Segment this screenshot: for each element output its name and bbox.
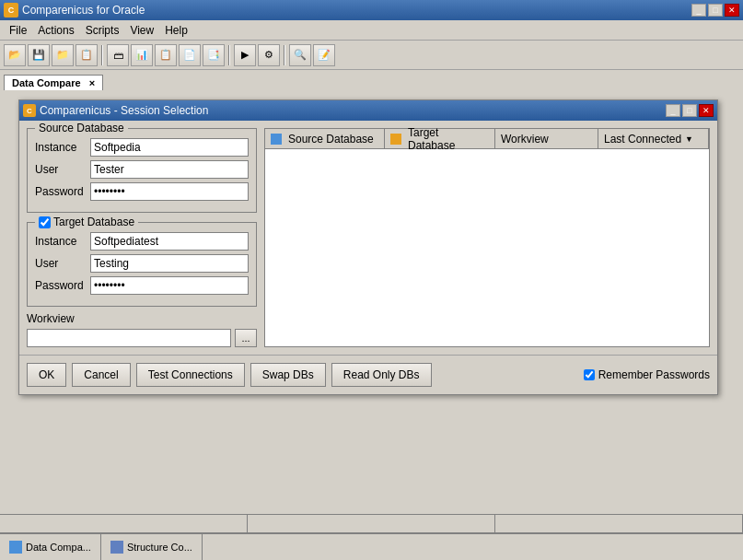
toolbar-sep3: [284, 45, 285, 65]
workview-input[interactable]: [27, 329, 231, 347]
tab-data-compare[interactable]: Data Compare ×: [4, 75, 103, 90]
dialog-maximize[interactable]: □: [682, 104, 697, 117]
bottom-tab-data[interactable]: Data Compa...: [0, 534, 101, 560]
workview-label: Workview: [27, 312, 257, 325]
source-user-input[interactable]: [90, 160, 249, 179]
swap-dbs-button[interactable]: Swap DBs: [250, 363, 326, 387]
toolbar-save[interactable]: 💾: [28, 44, 50, 66]
table-header: Source Database Target Database Workview…: [265, 129, 709, 149]
th-target-database[interactable]: Target Database: [385, 129, 495, 148]
structure-tab-icon: [110, 541, 123, 554]
data-tab-icon: [9, 541, 22, 554]
target-instance-row: Instance: [35, 232, 249, 251]
session-table: Source Database Target Database Workview…: [264, 128, 710, 347]
toolbar-db2[interactable]: 📊: [131, 44, 153, 66]
toolbar-sep1: [101, 45, 103, 65]
menu-view[interactable]: View: [124, 22, 159, 39]
th-last-connected[interactable]: Last Connected ▼: [598, 129, 709, 148]
app-icon: C: [4, 3, 18, 18]
status-bar: [0, 514, 743, 532]
target-password-label: Password: [35, 279, 90, 292]
toolbar-db3[interactable]: 📋: [155, 44, 177, 66]
target-user-label: User: [35, 257, 90, 270]
source-password-input[interactable]: [90, 182, 249, 201]
target-user-input[interactable]: [90, 254, 249, 273]
target-user-row: User: [35, 254, 249, 273]
source-db-legend: Source Database: [35, 122, 128, 134]
dialog-close[interactable]: ✕: [699, 104, 714, 117]
tab-bar: Data Compare ×: [0, 70, 743, 90]
bottom-tabs: Data Compa... Structure Co...: [0, 532, 743, 560]
table-body: [265, 149, 709, 346]
tab-content: C Comparenicus - Session Selection _ □ ✕: [0, 90, 743, 560]
minimize-button[interactable]: _: [691, 4, 706, 17]
workview-section: Workview ...: [27, 312, 257, 347]
th-workview[interactable]: Workview: [495, 129, 598, 148]
source-password-label: Password: [35, 185, 90, 198]
tab-close[interactable]: ×: [89, 77, 95, 88]
status-3: [495, 515, 743, 532]
target-db-legend: Target Database: [35, 216, 138, 228]
target-password-row: Password: [35, 276, 249, 295]
app-title: Comparenicus for Oracle: [22, 4, 691, 17]
target-instance-label: Instance: [35, 235, 90, 248]
remember-passwords-checkbox[interactable]: [584, 369, 595, 380]
toolbar: 📂 💾 📁 📋 🗃 📊 📋 📄 📑 ▶ ⚙ 🔍 📝: [0, 41, 743, 70]
dialog-controls: _ □ ✕: [666, 104, 714, 117]
status-2: [248, 515, 495, 532]
close-button[interactable]: ✕: [725, 4, 739, 17]
dialog-minimize[interactable]: _: [666, 104, 680, 117]
toolbar-db1[interactable]: 🗃: [107, 44, 129, 66]
bottom-tab-structure[interactable]: Structure Co...: [101, 534, 203, 560]
dialog-footer: OK Cancel Test Connections Swap DBs Read…: [19, 355, 717, 394]
bottom-tab-data-label: Data Compa...: [26, 542, 91, 553]
toolbar-new[interactable]: 📂: [4, 44, 26, 66]
target-instance-input[interactable]: [90, 232, 249, 251]
menu-file[interactable]: File: [4, 22, 32, 39]
window-controls: _ □ ✕: [691, 4, 739, 17]
source-instance-row: Instance: [35, 138, 249, 157]
toolbar-db5[interactable]: 📑: [203, 44, 225, 66]
source-instance-label: Instance: [35, 141, 90, 154]
source-db-fieldset: Source Database Instance User Password: [27, 128, 257, 213]
cancel-button[interactable]: Cancel: [72, 363, 130, 387]
menu-actions[interactable]: Actions: [32, 22, 79, 39]
toolbar-zoom[interactable]: 🔍: [289, 44, 311, 66]
form-panel: Source Database Instance User Password: [27, 128, 257, 347]
th-source-database[interactable]: Source Database: [265, 129, 385, 148]
workview-browse-button[interactable]: ...: [235, 329, 257, 347]
bottom-tab-structure-label: Structure Co...: [127, 542, 192, 553]
session-dialog: C Comparenicus - Session Selection _ □ ✕: [18, 99, 718, 395]
read-only-dbs-button[interactable]: Read Only DBs: [331, 363, 432, 387]
target-password-input[interactable]: [90, 276, 249, 295]
menu-bar: File Actions Scripts View Help: [0, 20, 743, 41]
dialog-title: Comparenicus - Session Selection: [40, 104, 666, 117]
source-user-row: User: [35, 160, 249, 179]
menu-help[interactable]: Help: [159, 22, 193, 39]
workview-row: ...: [27, 329, 257, 347]
toolbar-open[interactable]: 📁: [52, 44, 74, 66]
dialog-icon: C: [23, 104, 36, 117]
dialog-overlay: C Comparenicus - Session Selection _ □ ✕: [0, 90, 743, 560]
source-password-row: Password: [35, 182, 249, 201]
target-db-fieldset: Target Database Instance User: [27, 222, 257, 307]
remember-section: Remember Passwords: [584, 368, 710, 381]
source-instance-input[interactable]: [90, 138, 249, 157]
toolbar-db4[interactable]: 📄: [179, 44, 201, 66]
toolbar-settings[interactable]: ⚙: [258, 44, 280, 66]
status-1: [0, 515, 248, 532]
remember-passwords-label: Remember Passwords: [598, 368, 710, 381]
toolbar-extra[interactable]: 📝: [313, 44, 335, 66]
ok-button[interactable]: OK: [27, 363, 66, 387]
main-area: Data Compare × C Comparenicus - Session …: [0, 70, 743, 560]
source-user-label: User: [35, 163, 90, 176]
toolbar-copy[interactable]: 📋: [75, 44, 98, 66]
toolbar-run[interactable]: ▶: [234, 44, 256, 66]
dialog-title-bar: C Comparenicus - Session Selection _ □ ✕: [19, 100, 717, 121]
test-connections-button[interactable]: Test Connections: [136, 363, 245, 387]
target-db-checkbox[interactable]: [39, 216, 51, 228]
toolbar-sep2: [228, 45, 230, 65]
menu-scripts[interactable]: Scripts: [80, 22, 125, 39]
maximize-button[interactable]: □: [708, 4, 723, 17]
dialog-body: Source Database Instance User Password: [19, 121, 717, 355]
